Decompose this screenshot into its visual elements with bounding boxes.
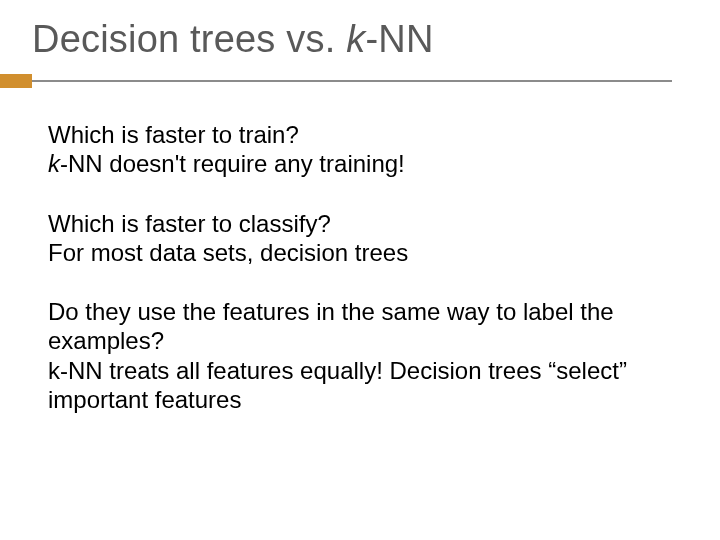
title-post: -NN bbox=[365, 18, 433, 60]
question-classify: Which is faster to classify? bbox=[48, 209, 680, 238]
answer-train: k-NN doesn't require any training! bbox=[48, 149, 680, 178]
slide: Decision trees vs. k-NN Which is faster … bbox=[0, 0, 720, 540]
question-train: Which is faster to train? bbox=[48, 120, 680, 149]
title-ital: k bbox=[346, 18, 365, 60]
answer-classify: For most data sets, decision trees bbox=[48, 238, 680, 267]
block-classify: Which is faster to classify? For most da… bbox=[48, 209, 680, 268]
block-features: Do they use the features in the same way… bbox=[48, 297, 680, 414]
answer-features: k-NN treats all features equally! Decisi… bbox=[48, 356, 680, 415]
answer-train-rest: -NN doesn't require any training! bbox=[60, 150, 405, 177]
accent-block bbox=[0, 74, 32, 88]
title-pre: Decision trees vs. bbox=[32, 18, 346, 60]
divider-line bbox=[32, 80, 672, 82]
slide-title: Decision trees vs. k-NN bbox=[0, 0, 720, 61]
slide-body: Which is faster to train? k-NN doesn't r… bbox=[48, 120, 680, 444]
answer-train-ital: k bbox=[48, 150, 60, 177]
question-features: Do they use the features in the same way… bbox=[48, 297, 680, 356]
block-train: Which is faster to train? k-NN doesn't r… bbox=[48, 120, 680, 179]
